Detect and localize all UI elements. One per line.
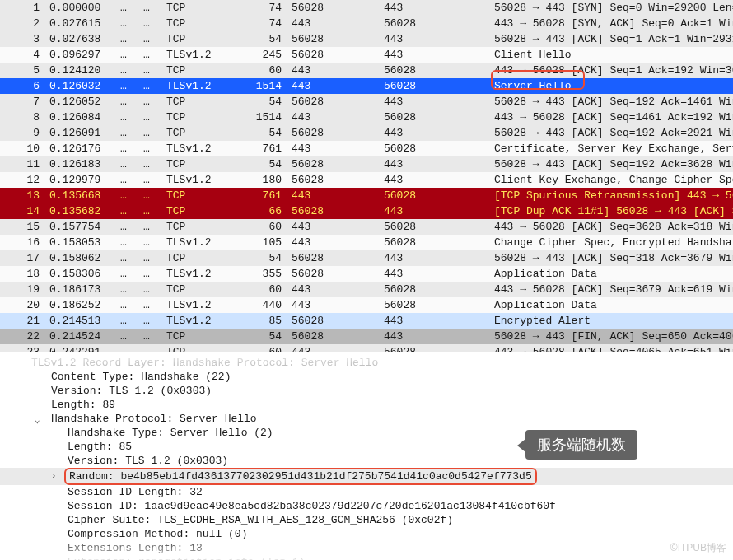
- cell-proto: TCP: [163, 219, 234, 235]
- table-row[interactable]: 60.126032……TLSv1.2151444356028Server Hel…: [0, 78, 733, 94]
- cell-sport: 443: [288, 110, 381, 125]
- cell-proto: TCP: [163, 329, 234, 344]
- cell-time: 0.126084: [46, 110, 117, 125]
- cell-dst: …: [140, 16, 163, 31]
- callout-arrow-icon: [517, 439, 525, 452]
- packet-details[interactable]: TLSv1.2 Record Layer: Handshake Protocol…: [0, 352, 733, 560]
- cell-src: …: [117, 282, 140, 297]
- cell-sport: 443: [288, 16, 381, 31]
- cell-time: 0.126091: [46, 125, 117, 141]
- cell-info: 56028 → 443 [FIN, ACK] Seq=650 Ack=4065: [491, 329, 733, 344]
- cell-num: 18: [0, 266, 46, 282]
- random-line[interactable]: › Random: be4b85eb14fd436137702302951d43…: [0, 468, 733, 485]
- cell-info: 443 → 56028 [ACK] Seq=3679 Ack=619 Win=: [491, 282, 733, 297]
- packet-list[interactable]: 10.000000……TCP745602844356028 → 443 [SYN…: [0, 0, 733, 391]
- cell-dport: 443: [381, 94, 491, 110]
- cell-time: 0.126183: [46, 156, 117, 172]
- table-row[interactable]: 190.186173……TCP6044356028443 → 56028 [AC…: [0, 282, 733, 297]
- packet-table[interactable]: 10.000000……TCP745602844356028 → 443 [SYN…: [0, 0, 733, 391]
- cell-time: 0.157754: [46, 219, 117, 235]
- chevron-right-icon[interactable]: ›: [51, 469, 57, 483]
- table-row[interactable]: 70.126052……TCP545602844356028 → 443 [ACK…: [0, 94, 733, 110]
- cell-proto: TCP: [163, 31, 234, 47]
- cell-dst: …: [140, 110, 163, 125]
- cell-dport: 443: [381, 125, 491, 141]
- table-row[interactable]: 150.157754……TCP6044356028443 → 56028 [AC…: [0, 219, 733, 235]
- cell-len: 60: [234, 282, 288, 297]
- cell-num: 6: [0, 78, 46, 94]
- table-row[interactable]: 170.158062……TCP545602844356028 → 443 [AC…: [0, 250, 733, 266]
- cell-proto: TCP: [163, 0, 234, 16]
- cell-src: …: [117, 172, 140, 188]
- cell-dport: 443: [381, 0, 491, 16]
- table-row[interactable]: 140.135682……TCP6656028443[TCP Dup ACK 11…: [0, 203, 733, 219]
- cell-info: [TCP Spurious Retransmission] 443 → 560: [491, 188, 733, 203]
- version2-line[interactable]: Version: TLS 1.2 (0x0303): [0, 454, 733, 468]
- cell-dport: 443: [381, 266, 491, 282]
- random-annotation-box: Random: be4b85eb14fd436137702302951d431b…: [64, 468, 537, 485]
- table-row[interactable]: 10.000000……TCP745602844356028 → 443 [SYN…: [0, 0, 733, 16]
- sess-len-line[interactable]: Session ID Length: 32: [0, 485, 733, 499]
- table-row[interactable]: 210.214513……TLSv1.28556028443Encrypted A…: [0, 313, 733, 329]
- cell-dst: …: [140, 313, 163, 329]
- cell-dport: 56028: [381, 282, 491, 297]
- cell-proto: TCP: [163, 203, 234, 219]
- cell-proto: TCP: [163, 250, 234, 266]
- cell-dport: 56028: [381, 297, 491, 313]
- table-row[interactable]: 30.027638……TCP545602844356028 → 443 [ACK…: [0, 31, 733, 47]
- record-layer-line[interactable]: TLSv1.2 Record Layer: Handshake Protocol…: [0, 356, 733, 370]
- table-row[interactable]: 160.158053……TLSv1.210544356028Change Cip…: [0, 235, 733, 250]
- cell-len: 761: [234, 188, 288, 203]
- ext-reneg-line[interactable]: › Extension: renegotiation info (len=1): [0, 555, 733, 560]
- table-row[interactable]: 220.214524……TCP545602844356028 → 443 [FI…: [0, 329, 733, 344]
- cell-src: …: [117, 329, 140, 344]
- length2-line[interactable]: Length: 85: [0, 440, 733, 454]
- table-row[interactable]: 130.135668……TCP76144356028[TCP Spurious …: [0, 188, 733, 203]
- cell-len: 74: [234, 0, 288, 16]
- content-type-line[interactable]: Content Type: Handshake (22): [0, 370, 733, 384]
- cell-num: 20: [0, 297, 46, 313]
- cipher-line[interactable]: Cipher Suite: TLS_ECDHE_RSA_WITH_AES_128…: [0, 513, 733, 527]
- table-row[interactable]: 80.126084……TCP151444356028443 → 56028 [A…: [0, 110, 733, 125]
- cell-src: …: [117, 16, 140, 31]
- table-row[interactable]: 40.096297……TLSv1.224556028443Client Hell…: [0, 47, 733, 63]
- table-row[interactable]: 120.129979……TLSv1.218056028443Client Key…: [0, 172, 733, 188]
- cell-proto: TCP: [163, 110, 234, 125]
- cell-dst: …: [140, 78, 163, 94]
- cell-num: 16: [0, 235, 46, 250]
- cell-dst: …: [140, 266, 163, 282]
- compress-line[interactable]: Compression Method: null (0): [0, 527, 733, 541]
- table-row[interactable]: 50.124120……TCP6044356028443 → 56028 [ACK…: [0, 63, 733, 78]
- sess-id-line[interactable]: Session ID: 1aac9d9eac49e8ea5cd82ba38c02…: [0, 499, 733, 513]
- cell-num: 5: [0, 63, 46, 78]
- cell-sport: 443: [288, 219, 381, 235]
- table-row[interactable]: 110.126183……TCP545602844356028 → 443 [AC…: [0, 156, 733, 172]
- cell-src: …: [117, 219, 140, 235]
- version1-line[interactable]: Version: TLS 1.2 (0x0303): [0, 384, 733, 398]
- ext-len-line[interactable]: Extensions Length: 13: [0, 541, 733, 555]
- hs-type-line[interactable]: Handshake Type: Server Hello (2): [0, 426, 733, 440]
- cell-proto: TLSv1.2: [163, 78, 234, 94]
- cell-dst: …: [140, 203, 163, 219]
- cell-proto: TCP: [163, 16, 234, 31]
- table-row[interactable]: 200.186252……TLSv1.244044356028Applicatio…: [0, 297, 733, 313]
- cell-dport: 56028: [381, 16, 491, 31]
- table-row[interactable]: 90.126091……TCP545602844356028 → 443 [ACK…: [0, 125, 733, 141]
- cell-num: 10: [0, 141, 46, 156]
- table-row[interactable]: 20.027615……TCP7444356028443 → 56028 [SYN…: [0, 16, 733, 31]
- cell-time: 0.124120: [46, 63, 117, 78]
- cell-src: …: [117, 47, 140, 63]
- cell-info: 56028 → 443 [ACK] Seq=192 Ack=1461 Win=: [491, 94, 733, 110]
- cell-time: 0.214513: [46, 313, 117, 329]
- cell-len: 761: [234, 141, 288, 156]
- length1-line[interactable]: Length: 89: [0, 398, 733, 412]
- cell-time: 0.214524: [46, 329, 117, 344]
- cell-dport: 56028: [381, 235, 491, 250]
- hs-proto-line[interactable]: ⌄ Handshake Protocol: Server Hello: [0, 412, 733, 426]
- table-row[interactable]: 180.158306……TLSv1.235556028443Applicatio…: [0, 266, 733, 282]
- cell-dst: …: [140, 172, 163, 188]
- cell-len: 180: [234, 172, 288, 188]
- table-row[interactable]: 100.126176……TLSv1.276144356028Certificat…: [0, 141, 733, 156]
- cell-sport: 443: [288, 63, 381, 78]
- chevron-right-icon[interactable]: ›: [51, 557, 57, 560]
